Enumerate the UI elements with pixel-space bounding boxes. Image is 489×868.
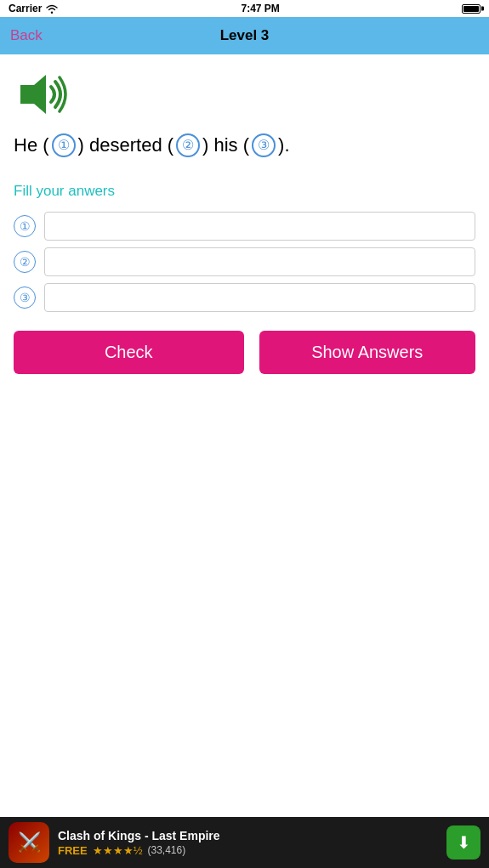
check-button[interactable]: Check <box>14 331 244 374</box>
sentence-word-he: He ( <box>14 131 49 159</box>
fill-label: Fill your anwers <box>14 183 475 200</box>
input-num-3: ③ <box>14 286 36 309</box>
circle-2: ② <box>176 133 200 157</box>
ad-stars: ★★★★½ <box>93 844 143 857</box>
sentence-display: He ( ① ) deserted ( ② ) his ( ③ ). <box>14 131 475 159</box>
page-title: Level 3 <box>220 27 270 44</box>
sentence-word-deserted: ) deserted ( <box>78 131 174 159</box>
input-num-2: ② <box>14 251 36 273</box>
ad-download-button[interactable]: ⬇ <box>446 825 480 859</box>
ad-title: Clash of Kings - Last Empire <box>58 829 438 842</box>
wifi-icon <box>45 3 59 14</box>
ad-reviews: (33,416) <box>148 844 186 856</box>
sentence-word-his: ) his ( <box>202 131 249 159</box>
battery-indicator <box>462 4 480 14</box>
main-content: He ( ① ) deserted ( ② ) his ( ③ ). Fill … <box>0 54 489 374</box>
ad-free-label: FREE <box>58 844 88 857</box>
back-button[interactable]: Back <box>10 27 43 44</box>
button-row: Check Show Answers <box>14 331 475 374</box>
ad-subtitle: FREE ★★★★½ (33,416) <box>58 844 438 857</box>
svg-marker-0 <box>20 75 46 114</box>
ad-app-icon: ⚔️ <box>9 822 49 863</box>
nav-bar: Back Level 3 <box>0 17 489 54</box>
input-row-3: ③ <box>14 283 475 312</box>
answer-input-2[interactable] <box>44 247 475 276</box>
ad-text: Clash of Kings - Last Empire FREE ★★★★½ … <box>58 829 438 857</box>
carrier-label: Carrier <box>9 3 42 14</box>
carrier-wifi: Carrier <box>9 3 59 14</box>
show-answers-button[interactable]: Show Answers <box>259 331 476 374</box>
time-label: 7:47 PM <box>242 3 280 14</box>
speaker-row <box>14 71 475 121</box>
circle-1: ① <box>52 133 76 157</box>
download-icon: ⬇ <box>457 832 471 853</box>
input-row-1: ① <box>14 212 475 241</box>
status-bar: Carrier 7:47 PM <box>0 0 489 17</box>
speaker-icon[interactable] <box>14 71 68 117</box>
input-row-2: ② <box>14 247 475 276</box>
input-num-1: ① <box>14 215 36 237</box>
ad-banner: ⚔️ Clash of Kings - Last Empire FREE ★★★… <box>0 817 489 868</box>
answer-input-1[interactable] <box>44 212 475 241</box>
answer-input-3[interactable] <box>44 283 475 312</box>
circle-3: ③ <box>252 133 276 157</box>
sentence-end: ). <box>278 131 289 159</box>
